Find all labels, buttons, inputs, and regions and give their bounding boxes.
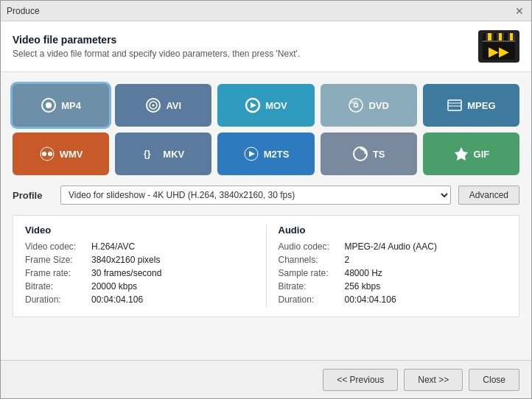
clap-stripe xyxy=(510,33,513,40)
param-key: Duration: xyxy=(279,294,345,305)
param-val: MPEG-2/4 Audio (AAC) xyxy=(345,241,437,252)
param-val: 256 kbps xyxy=(345,281,381,292)
profile-label: Profile xyxy=(13,190,53,201)
header-title: Video file parameters xyxy=(13,34,300,46)
main-window: Produce ✕ Video file parameters Select a… xyxy=(0,0,532,399)
previous-button[interactable]: << Previous xyxy=(323,369,398,391)
gif-label: GIF xyxy=(474,149,490,160)
param-val: 20000 kbps xyxy=(91,281,137,292)
mkv-label: MKV xyxy=(163,149,184,160)
format-grid: MP4 AVI MOV DVD DVD MPEG WMV {} MKV M2TS… xyxy=(13,84,519,175)
param-val: 00:04:04.106 xyxy=(345,294,396,305)
profile-row: Profile Video for slideshow - 4K UHD (H.… xyxy=(13,186,519,205)
svg-point-4 xyxy=(153,105,155,107)
wmv-icon xyxy=(39,146,55,162)
audio-params-title: Audio xyxy=(279,225,508,236)
svg-rect-9 xyxy=(448,100,461,110)
ts-icon xyxy=(352,146,368,162)
format-btn-mkv[interactable]: {} MKV xyxy=(115,133,211,175)
params-area: Video Video codec:H.264/AVCFrame Size:38… xyxy=(13,215,519,317)
titlebar: Produce ✕ xyxy=(1,1,531,21)
svg-point-13 xyxy=(42,152,46,156)
clapperboard-top xyxy=(483,33,515,42)
table-row: Channels:2 xyxy=(279,255,508,265)
format-btn-m2ts[interactable]: M2TS xyxy=(217,133,314,175)
clap-stripe xyxy=(494,33,497,40)
format-btn-mov[interactable]: MOV xyxy=(217,84,314,127)
header: Video file parameters Select a video fil… xyxy=(1,21,531,72)
close-button[interactable]: Close xyxy=(469,369,519,391)
table-row: Duration:00:04:04.106 xyxy=(25,294,254,305)
mp4-icon xyxy=(41,97,57,113)
param-key: Audio codec: xyxy=(279,241,345,252)
video-params-rows: Video codec:H.264/AVCFrame Size:3840x216… xyxy=(25,241,254,305)
clap-stripe xyxy=(483,33,486,40)
format-btn-ts[interactable]: TS xyxy=(321,133,417,175)
header-text: Video file parameters Select a video fil… xyxy=(13,34,300,59)
param-val: 3840x2160 pixels xyxy=(91,255,160,265)
param-key: Frame rate: xyxy=(25,268,91,278)
m2ts-icon xyxy=(243,146,259,162)
mkv-icon: {} xyxy=(142,146,158,162)
table-row: Sample rate:48000 Hz xyxy=(279,268,508,278)
param-val: 30 frames/second xyxy=(91,268,161,278)
table-row: Frame Size:3840x2160 pixels xyxy=(25,255,254,265)
format-btn-dvd[interactable]: DVD DVD xyxy=(321,84,417,127)
format-btn-gif[interactable]: GIF xyxy=(423,133,519,175)
param-val: 2 xyxy=(345,255,350,265)
param-key: Bitrate: xyxy=(25,281,91,292)
svg-text:DVD: DVD xyxy=(350,100,358,105)
param-val: 48000 Hz xyxy=(345,268,382,278)
table-row: Duration:00:04:04.106 xyxy=(279,294,508,305)
audio-params-rows: Audio codec:MPEG-2/4 Audio (AAC)Channels… xyxy=(279,241,508,305)
param-val: H.264/AVC xyxy=(91,241,135,252)
svg-point-14 xyxy=(48,152,52,156)
advanced-button[interactable]: Advanced xyxy=(458,186,519,205)
video-params-title: Video xyxy=(25,225,254,236)
avi-label: AVI xyxy=(166,100,181,111)
format-btn-wmv[interactable]: WMV xyxy=(13,133,109,175)
param-key: Sample rate: xyxy=(279,268,345,278)
dvd-icon: DVD xyxy=(348,97,364,113)
param-key: Video codec: xyxy=(25,241,91,252)
m2ts-label: M2TS xyxy=(264,149,290,160)
table-row: Frame rate:30 frames/second xyxy=(25,268,254,278)
footer: << Previous Next >> Close xyxy=(1,360,531,398)
clapperboard-icon: ▶▶ xyxy=(483,33,515,60)
param-key: Duration: xyxy=(25,294,91,305)
mpeg-icon xyxy=(447,97,463,113)
params-divider xyxy=(266,225,267,308)
svg-text:{}: {} xyxy=(144,149,151,159)
svg-point-1 xyxy=(46,102,52,108)
clap-stripe xyxy=(504,33,507,40)
mov-icon xyxy=(245,97,261,113)
table-row: Audio codec:MPEG-2/4 Audio (AAC) xyxy=(279,241,508,252)
gif-icon xyxy=(453,146,469,162)
clapperboard-body: ▶▶ xyxy=(483,42,515,60)
header-icon: ▶▶ xyxy=(478,30,519,63)
video-params-col: Video Video codec:H.264/AVCFrame Size:38… xyxy=(25,225,254,308)
profile-select[interactable]: Video for slideshow - 4K UHD (H.264, 384… xyxy=(60,186,451,205)
play-arrow-icon: ▶▶ xyxy=(489,43,509,60)
audio-params-col: Audio Audio codec:MPEG-2/4 Audio (AAC)Ch… xyxy=(279,225,508,308)
param-key: Frame Size: xyxy=(25,255,91,265)
avi-icon xyxy=(145,97,161,113)
table-row: Bitrate:20000 kbps xyxy=(25,281,254,292)
mp4-label: MP4 xyxy=(61,100,81,111)
header-subtitle: Select a video file format and specify v… xyxy=(13,49,300,59)
window-close-button[interactable]: ✕ xyxy=(514,5,525,17)
param-val: 00:04:04.106 xyxy=(91,294,143,305)
param-key: Bitrate: xyxy=(279,281,345,292)
mpeg-label: MPEG xyxy=(467,100,495,111)
format-btn-avi[interactable]: AVI xyxy=(115,84,211,127)
mov-label: MOV xyxy=(265,100,287,111)
wmv-label: WMV xyxy=(60,149,83,160)
next-button[interactable]: Next >> xyxy=(404,369,463,391)
table-row: Bitrate:256 kbps xyxy=(279,281,508,292)
clap-stripe xyxy=(488,33,491,40)
table-row: Video codec:H.264/AVC xyxy=(25,241,254,252)
dvd-label: DVD xyxy=(368,100,388,111)
format-btn-mpeg[interactable]: MPEG xyxy=(423,84,519,127)
ts-label: TS xyxy=(373,149,385,160)
format-btn-mp4[interactable]: MP4 xyxy=(13,84,109,127)
